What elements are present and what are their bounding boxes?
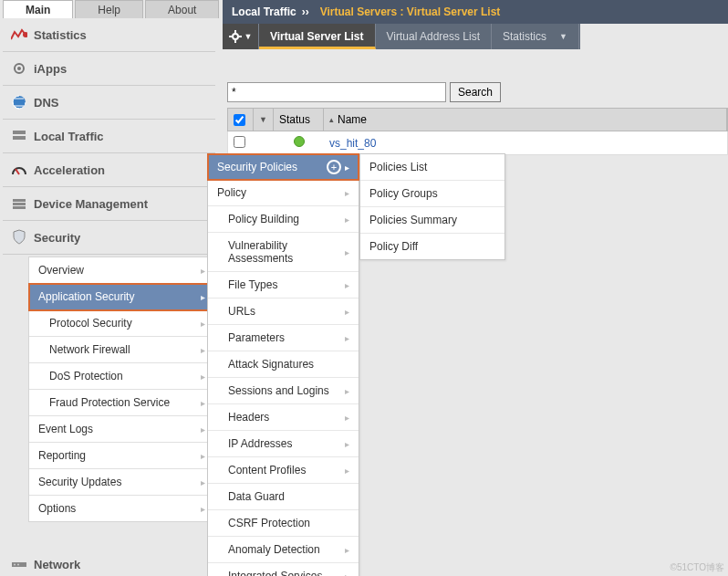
- sidebar-label: Local Traffic: [34, 130, 104, 143]
- fly-sessions-logins[interactable]: Sessions and Logins▸: [208, 378, 359, 404]
- sort-asc-icon: ▴: [329, 115, 334, 124]
- tab-about[interactable]: About: [145, 0, 219, 18]
- fly-parameters[interactable]: Parameters▸: [208, 325, 359, 351]
- fly2-policies-list[interactable]: Policies List: [360, 154, 504, 181]
- sidebar: Statistics iApps DNS Local Traffic Accel…: [3, 18, 215, 576]
- caret-icon: ▸: [345, 466, 349, 476]
- caret-icon: ▸: [201, 451, 205, 461]
- sidebar-dns[interactable]: DNS: [3, 86, 215, 120]
- sidebar-label: Network: [34, 558, 80, 571]
- search-button[interactable]: Search: [450, 82, 501, 102]
- sidebar-device-mgmt[interactable]: Device Management: [3, 187, 215, 221]
- caret-down-icon: ▼: [559, 32, 567, 41]
- sidebar-security[interactable]: Security: [3, 221, 215, 255]
- sidebar-local-traffic[interactable]: Local Traffic: [3, 120, 215, 153]
- caret-icon: ▸: [201, 372, 205, 382]
- filter-toggle[interactable]: ▼: [254, 109, 274, 131]
- sidebar-network[interactable]: Network: [3, 548, 215, 576]
- caret-icon: ▸: [345, 386, 349, 396]
- fly-vulnerability-assessments[interactable]: Vulnerability Assessments▸: [208, 233, 359, 272]
- fly-content-profiles[interactable]: Content Profiles▸: [208, 457, 359, 484]
- subtab-virtual-server-list[interactable]: Virtual Server List: [259, 24, 376, 49]
- col-status[interactable]: Status: [274, 109, 324, 131]
- caret-down-icon: ▼: [259, 115, 267, 124]
- flyout-appsec: Security Policies + ▸ Policy▸ Policy Bui…: [207, 153, 359, 576]
- fly-file-types[interactable]: File Types▸: [208, 272, 359, 298]
- submenu-security-updates[interactable]: Security Updates▸: [29, 469, 214, 496]
- sidebar-acceleration[interactable]: Acceleration: [3, 153, 215, 187]
- svg-point-2: [17, 67, 21, 70]
- svg-point-12: [17, 564, 19, 566]
- sidebar-label: Device Management: [34, 197, 148, 211]
- submenu-dos-protection[interactable]: DoS Protection▸: [29, 363, 214, 390]
- fly-policy-building[interactable]: Policy Building▸: [208, 206, 359, 233]
- caret-icon: ▸: [201, 266, 205, 276]
- fly-attack-signatures[interactable]: Attack Signatures: [208, 351, 359, 378]
- col-name[interactable]: ▴Name: [324, 109, 727, 131]
- submenu-application-security[interactable]: Application Security▸: [29, 284, 214, 310]
- sidebar-label: Acceleration: [34, 163, 105, 177]
- main-content: Search ▼ Status ▴Name vs_hit_80: [227, 75, 728, 155]
- breadcrumb-sep: ››: [302, 5, 309, 18]
- caret-icon: ▸: [201, 292, 205, 302]
- tab-help[interactable]: Help: [75, 0, 143, 18]
- submenu-fraud-protection[interactable]: Fraud Protection Service▸: [29, 390, 214, 416]
- svg-rect-9: [13, 206, 26, 209]
- network-icon: [10, 556, 28, 572]
- caret-icon: ▸: [201, 319, 205, 329]
- submenu-protocol-security[interactable]: Protocol Security▸: [29, 310, 214, 337]
- breadcrumb-root: Local Traffic: [232, 5, 296, 18]
- gauge-icon: [10, 162, 28, 178]
- tab-main[interactable]: Main: [3, 0, 73, 18]
- caret-icon: ▸: [345, 439, 349, 449]
- sidebar-label: Statistics: [34, 28, 87, 42]
- caret-icon: ▸: [345, 413, 349, 423]
- watermark: ©51CTO博客: [671, 561, 724, 574]
- fly-anomaly-detection[interactable]: Anomaly Detection▸: [208, 537, 359, 563]
- breadcrumb: Local Traffic ›› Virtual Servers : Virtu…: [223, 0, 728, 24]
- row-checkbox[interactable]: [234, 136, 245, 148]
- fly-headers[interactable]: Headers▸: [208, 404, 359, 431]
- select-all-checkbox[interactable]: [234, 114, 245, 126]
- caret-down-icon: ▼: [244, 32, 253, 41]
- fly-integrated-services[interactable]: Integrated Services▸: [208, 563, 359, 576]
- svg-rect-5: [13, 136, 26, 140]
- caret-icon: ▸: [345, 247, 349, 257]
- submenu-reporting[interactable]: Reporting▸: [29, 443, 214, 469]
- globe-icon: [10, 94, 28, 110]
- stack-icon: [10, 195, 28, 212]
- fly2-policy-groups[interactable]: Policy Groups: [360, 181, 504, 207]
- caret-icon: ▸: [345, 188, 349, 198]
- submenu-options[interactable]: Options▸: [29, 496, 214, 521]
- sidebar-statistics[interactable]: Statistics: [3, 18, 215, 52]
- fly2-policy-diff[interactable]: Policy Diff: [360, 234, 504, 259]
- fly-csrf-protection[interactable]: CSRF Protection: [208, 510, 359, 537]
- fly-ip-addresses[interactable]: IP Addresses▸: [208, 431, 359, 457]
- submenu-network-firewall[interactable]: Network Firewall▸: [29, 337, 214, 363]
- fly2-policies-summary[interactable]: Policies Summary: [360, 207, 504, 234]
- search-input[interactable]: [227, 82, 446, 102]
- subtab-virtual-address-list[interactable]: Virtual Address List: [376, 24, 493, 49]
- table-row: vs_hit_80: [227, 131, 728, 155]
- sidebar-label: iApps: [34, 62, 67, 76]
- caret-icon: ▸: [201, 345, 205, 355]
- security-submenu: Overview▸ Application Security▸ Protocol…: [28, 257, 215, 522]
- fly-urls[interactable]: URLs▸: [208, 298, 359, 325]
- subtab-statistics[interactable]: Statistics▼: [492, 24, 579, 49]
- settings-dropdown[interactable]: ▼: [223, 24, 259, 49]
- sidebar-label: DNS: [34, 96, 58, 110]
- caret-icon: ▸: [201, 398, 205, 408]
- flyout-header-security-policies[interactable]: Security Policies + ▸: [208, 154, 359, 180]
- virtual-server-link[interactable]: vs_hit_80: [324, 137, 727, 150]
- caret-icon: ▸: [201, 424, 205, 435]
- caret-icon: ▸: [345, 280, 349, 290]
- add-icon[interactable]: +: [327, 160, 341, 174]
- gear-icon: [10, 60, 28, 77]
- sidebar-iapps[interactable]: iApps: [3, 52, 215, 86]
- caret-icon: ▸: [345, 333, 349, 343]
- fly-policy[interactable]: Policy▸: [208, 180, 359, 206]
- fly-data-guard[interactable]: Data Guard: [208, 484, 359, 510]
- caret-icon: ▸: [345, 162, 349, 173]
- submenu-event-logs[interactable]: Event Logs▸: [29, 416, 214, 443]
- submenu-overview[interactable]: Overview▸: [29, 257, 214, 284]
